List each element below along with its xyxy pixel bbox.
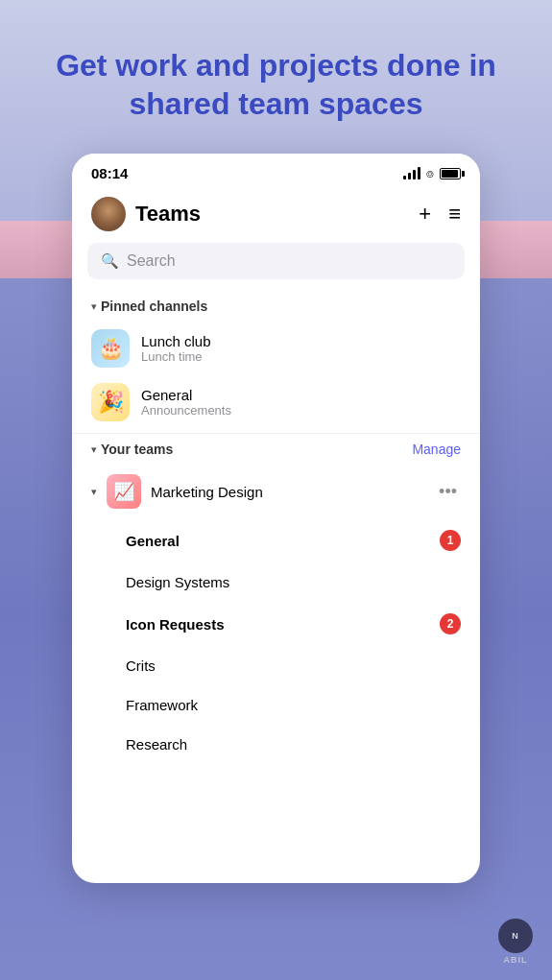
search-placeholder: Search: [127, 252, 176, 270]
team-chevron-icon[interactable]: ▾: [91, 486, 97, 498]
team-row[interactable]: ▾ 📈 Marketing Design •••: [72, 465, 480, 518]
team-more-icon[interactable]: •••: [435, 478, 461, 506]
pinned-channels-header: ▾ Pinned channels: [72, 295, 480, 322]
pinned-channels-title: Pinned channels: [101, 299, 207, 314]
icon-requests-badge: 2: [440, 613, 461, 634]
channel-research-name: Research: [126, 736, 187, 753]
manage-button[interactable]: Manage: [412, 442, 461, 457]
channel-design-systems-name: Design Systems: [126, 574, 229, 590]
list-item[interactable]: Crits: [72, 646, 480, 685]
divider: [72, 433, 480, 434]
watermark: N ABIL: [498, 919, 533, 965]
status-icons: ⌾: [403, 166, 461, 180]
signal-icon: [403, 168, 420, 179]
status-time: 08:14: [91, 165, 128, 181]
team-name: Marketing Design: [151, 484, 425, 500]
channel-name: General: [141, 387, 231, 403]
hero-title: Get work and projects done in shared tea…: [38, 46, 514, 123]
list-item[interactable]: 🎉 General Announcements: [72, 375, 480, 429]
channel-crits-name: Crits: [126, 657, 156, 674]
list-item[interactable]: Icon Requests 2: [72, 602, 480, 646]
page-title: Teams: [135, 202, 201, 227]
list-item[interactable]: 🎂 Lunch club Lunch time: [72, 322, 480, 375]
lunch-club-icon: 🎂: [91, 329, 130, 368]
wifi-icon: ⌾: [426, 166, 434, 180]
avatar[interactable]: [91, 197, 126, 231]
search-icon: 🔍: [101, 252, 119, 270]
filter-button[interactable]: ≡: [448, 203, 461, 225]
marketing-design-icon: 📈: [107, 474, 141, 509]
list-item[interactable]: Research: [72, 725, 480, 764]
channel-framework-name: Framework: [126, 697, 198, 713]
search-bar[interactable]: 🔍 Search: [87, 243, 465, 279]
your-teams-header: ▾ Your teams Manage: [72, 438, 480, 465]
general-announcements-icon: 🎉: [91, 383, 130, 421]
channel-name: Lunch club: [141, 333, 211, 349]
add-button[interactable]: +: [419, 203, 431, 225]
list-item[interactable]: Design Systems: [72, 562, 480, 602]
list-item[interactable]: Framework: [72, 685, 480, 725]
list-item[interactable]: General 1: [72, 518, 480, 562]
hero-section: Get work and projects done in shared tea…: [0, 0, 552, 154]
status-bar: 08:14 ⌾: [72, 154, 480, 189]
phone-card: 08:14 ⌾ Teams + ≡ 🔍 S: [72, 154, 480, 883]
channel-icon-requests-name: Icon Requests: [126, 616, 225, 633]
your-teams-title: Your teams: [101, 442, 173, 457]
channel-subtitle: Lunch time: [141, 349, 211, 364]
pinned-chevron-icon[interactable]: ▾: [91, 300, 97, 313]
general-badge: 1: [440, 530, 461, 551]
channel-subtitle: Announcements: [141, 403, 231, 418]
app-header: Teams + ≡: [72, 189, 480, 243]
channel-general-name: General: [126, 533, 180, 549]
battery-icon: [440, 168, 461, 179]
teams-chevron-icon[interactable]: ▾: [91, 443, 97, 456]
